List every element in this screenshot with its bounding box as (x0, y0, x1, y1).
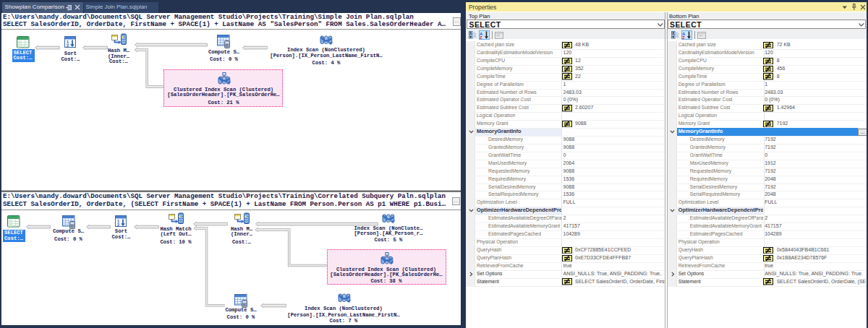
svg-text:2: 2 (117, 223, 119, 227)
svg-text:Z: Z (480, 35, 482, 39)
svg-text:2: 2 (67, 43, 69, 48)
svg-text:Z: Z (682, 35, 685, 39)
